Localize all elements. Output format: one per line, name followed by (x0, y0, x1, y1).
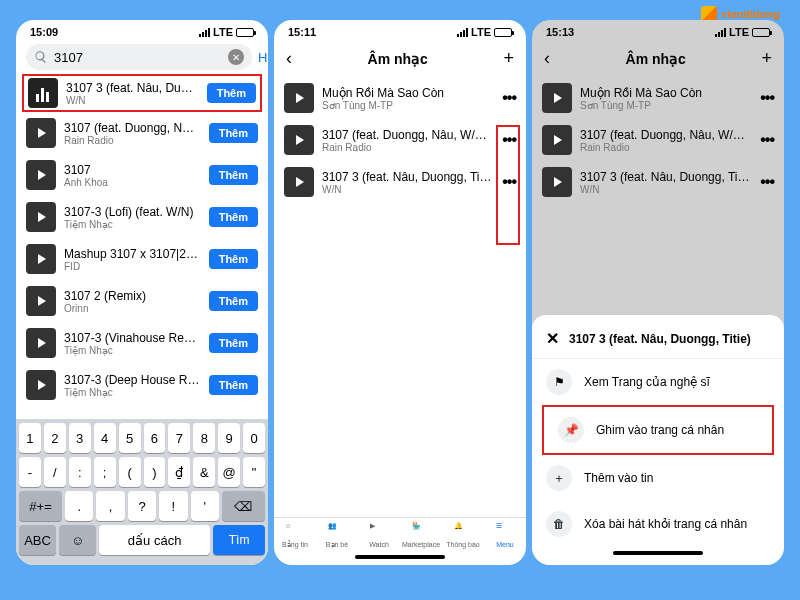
album-thumb (26, 118, 56, 148)
more-icon[interactable]: ••• (502, 173, 516, 191)
key[interactable]: 2 (44, 423, 66, 453)
song-row[interactable]: 3107-3 (Lofi) (feat. W/N)Tiệm NhạcThêm (16, 196, 268, 238)
add-song-button[interactable]: Thêm (209, 207, 258, 227)
add-button[interactable]: + (761, 48, 772, 69)
tab-bar: ⌂Bảng tin👥Bạn bè▶Watch🏪Marketplace🔔Thông… (274, 517, 526, 551)
add-song-button[interactable]: Thêm (209, 165, 258, 185)
song-artist: FID (64, 261, 201, 272)
keyboard[interactable]: 1234567890 -/:;()₫&@" #+= .,?!' ⌫ ABC ☺ … (16, 419, 268, 565)
key[interactable]: ' (191, 491, 219, 521)
key[interactable]: 6 (144, 423, 166, 453)
signal-icon (199, 28, 210, 37)
song-row[interactable]: 3107 3 (feat. Nâu, Duongg, Titie)W/N ••• (274, 161, 526, 203)
add-button[interactable]: + (503, 48, 514, 69)
sheet-item[interactable]: ＋Thêm vào tin (532, 455, 784, 501)
song-row: 3107 3 (feat. Nâu, Duongg, Titie)W/N ••• (532, 161, 784, 203)
add-song-button[interactable]: Thêm (207, 83, 256, 103)
song-artist: W/N (66, 95, 199, 106)
sheet-item[interactable]: ⚑Xem Trang của nghệ sĩ (532, 359, 784, 405)
key[interactable]: , (96, 491, 124, 521)
cancel-button[interactable]: Hủy (258, 50, 268, 65)
home-indicator (613, 551, 703, 555)
add-song-button[interactable]: Thêm (209, 375, 258, 395)
key[interactable]: : (69, 457, 91, 487)
key[interactable]: 9 (218, 423, 240, 453)
signal-icon (715, 28, 726, 37)
add-song-button[interactable]: Thêm (209, 249, 258, 269)
signal-icon (457, 28, 468, 37)
back-button[interactable]: ‹ (544, 48, 550, 69)
tab-menu[interactable]: ☰Menu (484, 522, 526, 549)
key[interactable]: 8 (193, 423, 215, 453)
key[interactable]: 0 (243, 423, 265, 453)
key[interactable]: ! (159, 491, 187, 521)
key[interactable]: ( (119, 457, 141, 487)
status-bar: 15:09 LTE (16, 20, 268, 40)
tab-watch[interactable]: ▶Watch (358, 522, 400, 549)
song-artist: Anh Khoa (64, 177, 201, 188)
tab-icon: ☰ (496, 522, 514, 540)
key[interactable]: . (65, 491, 93, 521)
key-search[interactable]: Tìm (213, 525, 265, 555)
album-thumb (284, 125, 314, 155)
plus-icon: ＋ (546, 465, 572, 491)
more-icon[interactable]: ••• (502, 89, 516, 107)
song-title: 3107 (feat. Duongg, Nâu, W/N) E (580, 128, 752, 142)
key[interactable]: ; (94, 457, 116, 487)
tab-marketplace[interactable]: 🏪Marketplace (400, 522, 442, 549)
add-song-button[interactable]: Thêm (209, 291, 258, 311)
song-row[interactable]: 3107 2 (Remix)OrinnThêm (16, 280, 268, 322)
song-row[interactable]: 3107 (feat. Duongg, Nâu, W/N) ERain Radi… (16, 112, 268, 154)
sheet-item-label: Xem Trang của nghệ sĩ (584, 375, 710, 389)
song-row[interactable]: Muộn Rồi Mà Sao CònSơn Tùng M-TP ••• (274, 77, 526, 119)
key[interactable]: 4 (94, 423, 116, 453)
more-icon[interactable]: ••• (502, 131, 516, 149)
song-row[interactable]: 3107Anh KhoaThêm (16, 154, 268, 196)
search-icon (34, 50, 48, 64)
network: LTE (471, 26, 491, 38)
key[interactable]: ) (144, 457, 166, 487)
search-input[interactable] (54, 50, 222, 65)
song-title: 3107 3 (feat. Nâu, Duongg, Titie) (66, 81, 199, 95)
key[interactable]: / (44, 457, 66, 487)
song-row[interactable]: 3107-3 (Vinahouse Remix) [feat. Ti…Tiệm … (16, 322, 268, 364)
key[interactable]: - (19, 457, 41, 487)
tab-thông báo[interactable]: 🔔Thông báo (442, 522, 484, 549)
add-song-button[interactable]: Thêm (209, 333, 258, 353)
key-space[interactable]: dấu cách (99, 525, 210, 555)
song-row[interactable]: 3107-3 (Deep House Remix) [feat.…Tiệm Nh… (16, 364, 268, 406)
album-thumb (26, 202, 56, 232)
key-emoji[interactable]: ☺ (59, 525, 96, 555)
album-thumb (542, 83, 572, 113)
song-row[interactable]: 3107 (feat. Duongg, Nâu, W/N) ERain Radi… (274, 119, 526, 161)
song-row[interactable]: Mashup 3107 x 3107|2 (FID Remix)FIDThêm (16, 238, 268, 280)
add-song-button[interactable]: Thêm (209, 123, 258, 143)
sheet-item[interactable]: 📌Ghim vào trang cá nhân (542, 405, 774, 455)
key[interactable]: & (193, 457, 215, 487)
key[interactable]: 1 (19, 423, 41, 453)
search-box[interactable]: ✕ (26, 44, 252, 70)
song-title: Muộn Rồi Mà Sao Còn (322, 86, 494, 100)
close-icon[interactable]: ✕ (546, 329, 559, 348)
key-shift[interactable]: #+= (19, 491, 62, 521)
song-artist: Sơn Tùng M-TP (322, 100, 494, 111)
key[interactable]: 5 (119, 423, 141, 453)
key[interactable]: ? (128, 491, 156, 521)
key[interactable]: 3 (69, 423, 91, 453)
song-row: Muộn Rồi Mà Sao CònSơn Tùng M-TP ••• (532, 77, 784, 119)
tab-bảng tin[interactable]: ⌂Bảng tin (274, 522, 316, 549)
album-thumb (26, 328, 56, 358)
tab-label: Bảng tin (282, 541, 308, 549)
key[interactable]: 7 (168, 423, 190, 453)
key-backspace[interactable]: ⌫ (222, 491, 265, 521)
song-artist: Tiệm Nhạc (64, 345, 201, 356)
tab-bạn bè[interactable]: 👥Bạn bè (316, 522, 358, 549)
key[interactable]: " (243, 457, 265, 487)
sheet-item[interactable]: 🗑Xóa bài hát khỏi trang cá nhân (532, 501, 784, 547)
back-button[interactable]: ‹ (286, 48, 292, 69)
sheet-title: 3107 3 (feat. Nâu, Duongg, Titie) (569, 332, 751, 346)
clear-icon[interactable]: ✕ (228, 49, 244, 65)
key[interactable]: ₫ (168, 457, 190, 487)
key-abc[interactable]: ABC (19, 525, 56, 555)
key[interactable]: @ (218, 457, 240, 487)
